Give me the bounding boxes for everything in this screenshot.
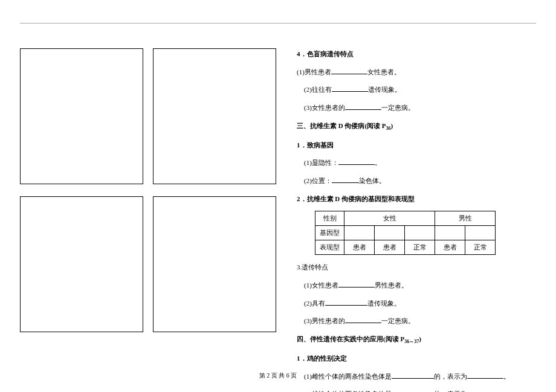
item-4-1: (1)男性患者女性患者。: [297, 66, 537, 78]
text: 遗传现象。: [368, 86, 401, 93]
blank: [338, 280, 375, 288]
text: 遗传现象。: [367, 300, 401, 307]
content-right: 4．色盲病遗传特点 (1)男性患者女性患者。 (2)往往有遗传现象。 (3)女性…: [297, 48, 537, 392]
text: 。: [375, 159, 381, 166]
blank: [338, 158, 375, 165]
text: 染色体。: [359, 177, 386, 184]
text: (3)女性患者的: [304, 104, 345, 111]
subscript: 36～37: [404, 339, 419, 344]
text: (1)男性患者: [297, 68, 331, 76]
cell: 女性: [344, 211, 435, 226]
text: 女性患者。: [367, 68, 401, 76]
text: ): [419, 335, 421, 342]
cell: [435, 226, 465, 240]
cell: 患者: [435, 240, 465, 255]
cell: 表现型: [315, 240, 344, 255]
heading-3: 三、抗维生素 D 佝偻病(阅读 P36): [297, 120, 537, 133]
table-row: 性别 女性 男性: [315, 211, 496, 226]
subscript: 36: [386, 126, 391, 131]
item-4-2: (2)往往有遗传现象。: [297, 84, 537, 95]
text: 三、抗维生素 D 佝偻病(阅读 P: [297, 122, 386, 129]
cell: 正常: [465, 240, 496, 255]
heading-4: 4．色盲病遗传特点: [297, 48, 537, 60]
genotype-table: 性别 女性 男性 基因型 表现型 患者 患者 正常 患者 正常: [315, 211, 496, 255]
text: 四、伴性遗传在实践中的应用(阅读 P: [297, 335, 404, 342]
blank: [345, 316, 381, 323]
heading-4big-1: 1．鸡的性别决定: [297, 353, 537, 364]
box-row-2: [20, 196, 276, 332]
blank: [331, 67, 367, 74]
item-3-3-1: (1)女性患者男性患者。: [297, 280, 537, 291]
cell: [405, 226, 435, 240]
box-4: [153, 196, 276, 332]
item-4big-1-2: (2)雄性个体的两条性染色体是的，表示为。: [297, 388, 537, 392]
text: (2)位置：: [304, 177, 332, 184]
cell: 基因型: [315, 226, 344, 240]
item-4-3: (3)女性患者的一定患病。: [297, 102, 537, 114]
heading-3-3: 3.遗传特点: [297, 262, 537, 273]
text: ): [391, 122, 393, 129]
table-row: 表现型 患者 患者 正常 患者 正常: [315, 240, 496, 255]
cell: 正常: [405, 240, 435, 255]
cell: 男性: [435, 211, 496, 226]
table-row: 基因型: [315, 226, 496, 240]
box-row-1: [20, 48, 276, 184]
item-3-3-3: (3)男性患者的一定患病。: [297, 315, 537, 327]
cell: [375, 226, 405, 240]
box-1: [20, 48, 143, 184]
box-2: [153, 48, 276, 184]
item-3-1-1: (1)显隐性：。: [297, 157, 537, 169]
cell: 性别: [315, 211, 344, 226]
diagram-boxes: [20, 48, 276, 332]
text: (2)具有: [304, 300, 325, 307]
top-divider: [20, 23, 536, 24]
text: 男性患者。: [375, 281, 408, 289]
text: (1)显隐性：: [304, 159, 338, 166]
blank: [332, 176, 359, 183]
blank: [467, 389, 503, 392]
item-3-1-2: (2)位置：染色体。: [297, 175, 537, 187]
cell: 患者: [344, 240, 375, 255]
heading-3-1: 1．致病基因: [297, 140, 537, 151]
heading-4big: 四、伴性遗传在实践中的应用(阅读 P36～37): [297, 333, 537, 346]
blank: [325, 298, 367, 306]
cell: [344, 226, 375, 240]
cell: 患者: [375, 240, 405, 255]
item-3-3-2: (2)具有遗传现象。: [297, 298, 537, 309]
blank: [392, 389, 434, 392]
text: 一定患病。: [381, 104, 415, 111]
text: (2)往往有: [304, 86, 332, 93]
box-3: [20, 196, 143, 332]
text: (3)男性患者的: [304, 317, 345, 324]
blank: [332, 85, 368, 92]
heading-3-2: 2．抗维生素 D 佝偻病的基因型和表现型: [297, 193, 537, 205]
cell: [465, 226, 496, 240]
blank: [345, 103, 381, 110]
page-footer: 第 2 页 共 6 页: [0, 371, 556, 380]
text: (1)女性患者: [304, 281, 338, 289]
text: 一定患病。: [381, 317, 415, 324]
